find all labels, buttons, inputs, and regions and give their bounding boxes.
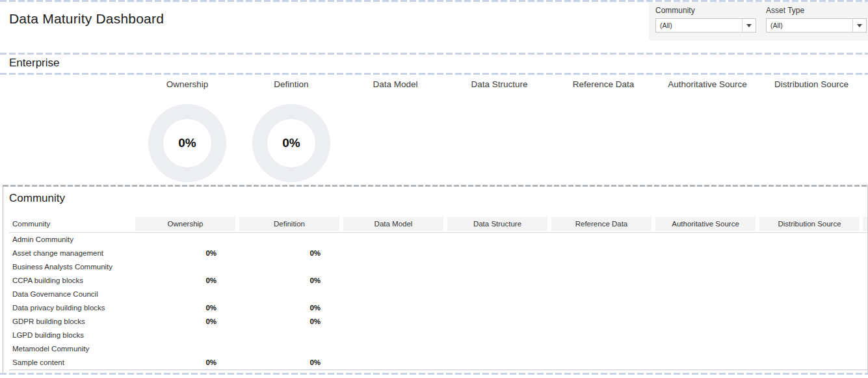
community-column-header-data-structure[interactable]: Data Structure xyxy=(447,217,547,231)
community-filter-dropdown[interactable]: (All) xyxy=(655,18,756,33)
table-row[interactable]: Data Governance Council xyxy=(9,288,867,301)
table-row[interactable]: Metamodel Community xyxy=(9,342,867,356)
chevron-down-icon xyxy=(746,24,752,27)
page-title: Data Maturity Dashboard xyxy=(9,11,164,27)
row-value: 0% xyxy=(239,356,343,370)
row-value xyxy=(759,301,863,315)
row-value xyxy=(239,233,343,247)
filter-community: Community(All) xyxy=(655,6,759,33)
row-name: Data Governance Council xyxy=(9,288,135,301)
community-column-header-definition[interactable]: Definition xyxy=(239,217,339,231)
donut-chart-defintion[interactable]: 0% xyxy=(252,104,330,182)
row-value xyxy=(655,301,759,315)
donut-cell-data-structure xyxy=(447,103,551,183)
row-value xyxy=(343,260,447,274)
donut-cell-defintion: 0% xyxy=(239,103,343,183)
filter-selected-value: (All) xyxy=(656,21,742,29)
header-spacer xyxy=(9,77,135,92)
row-value xyxy=(447,356,551,370)
community-section-title: Community xyxy=(9,192,65,205)
layout-divider xyxy=(0,73,868,75)
enterprise-column-header-data-structure: Data Structure xyxy=(447,77,551,92)
row-name: Business Analysts Community xyxy=(9,260,135,274)
community-table-header: CommunityOwnershipDefinitionData ModelDa… xyxy=(9,217,863,231)
row-name: Metamodel Community xyxy=(9,342,135,356)
row-value xyxy=(551,329,655,342)
enterprise-column-header-authoritative-source: Authoritative Source xyxy=(655,77,759,92)
row-value: 0% xyxy=(239,301,343,315)
table-row[interactable]: GDPR building blocks0%0% xyxy=(9,315,867,329)
enterprise-column-header-defintion: Defintion xyxy=(239,77,343,92)
row-value xyxy=(239,329,343,342)
row-name: Sample content xyxy=(9,356,135,370)
row-value xyxy=(135,329,239,342)
row-value xyxy=(759,342,863,356)
row-value: 0% xyxy=(135,274,239,288)
asset-type-filter-dropdown[interactable]: (All) xyxy=(766,18,867,33)
row-value xyxy=(343,329,447,342)
layout-container-border-bottom xyxy=(0,373,868,375)
row-value: 0% xyxy=(135,356,239,370)
row-value xyxy=(135,233,239,247)
row-value xyxy=(239,342,343,356)
row-value xyxy=(343,342,447,356)
row-value xyxy=(551,301,655,315)
row-value xyxy=(447,342,551,356)
community-column-header-ownership[interactable]: Ownership xyxy=(135,217,235,231)
row-name: Asset change management xyxy=(9,247,135,260)
row-value xyxy=(759,315,863,329)
table-row[interactable]: Admin Community xyxy=(9,233,867,247)
community-column-header-data-model[interactable]: Data Model xyxy=(343,217,443,231)
row-value xyxy=(759,233,863,247)
row-value xyxy=(655,233,759,247)
filter-label-asset-type: Asset Type xyxy=(766,6,868,15)
chevron-down-icon xyxy=(857,24,862,27)
filter-label-community: Community xyxy=(655,6,759,15)
enterprise-column-header-reference-data: Reference Data xyxy=(551,77,655,92)
donut-cell-ownership: 0% xyxy=(135,103,239,183)
row-value xyxy=(759,288,863,301)
community-column-header-reference-data[interactable]: Reference Data xyxy=(551,217,651,231)
donut-cell-data-model xyxy=(343,103,447,183)
row-value xyxy=(343,301,447,315)
row-value xyxy=(551,342,655,356)
row-value xyxy=(551,288,655,301)
row-value xyxy=(655,274,759,288)
enterprise-column-header-ownership: Ownership xyxy=(135,77,239,92)
table-row[interactable]: Business Analysts Community xyxy=(9,260,867,274)
table-row[interactable]: Data privacy building blocks0%0% xyxy=(9,301,867,315)
row-name: Data privacy building blocks xyxy=(9,301,135,315)
row-value xyxy=(551,260,655,274)
donut-chart-ownership[interactable]: 0% xyxy=(148,104,226,182)
row-value: 0% xyxy=(135,315,239,329)
row-value xyxy=(447,247,551,260)
dropdown-button[interactable] xyxy=(742,19,756,32)
row-value xyxy=(135,260,239,274)
table-row[interactable]: LGPD building blocks xyxy=(9,329,867,342)
enterprise-column-headers: OwnershipDefintionData ModelData Structu… xyxy=(9,77,863,92)
table-row[interactable]: Sample content0%0% xyxy=(9,356,867,370)
row-value xyxy=(239,260,343,274)
row-value: 0% xyxy=(239,274,343,288)
enterprise-column-header-distribution-source: Distribution Source xyxy=(759,77,863,92)
donut-cell-distribution-source xyxy=(759,103,863,183)
donut-value-label: 0% xyxy=(163,119,211,167)
row-value xyxy=(447,260,551,274)
row-value xyxy=(655,260,759,274)
row-name: CCPA building blocks xyxy=(9,274,135,288)
row-value xyxy=(759,247,863,260)
row-value xyxy=(759,356,863,370)
table-row[interactable]: CCPA building blocks0%0% xyxy=(9,274,867,288)
row-value xyxy=(551,274,655,288)
row-value xyxy=(759,274,863,288)
row-value xyxy=(239,288,343,301)
dropdown-button[interactable] xyxy=(852,19,866,32)
community-column-header-authoritative-source[interactable]: Authoritative Source xyxy=(655,217,756,231)
row-value xyxy=(343,356,447,370)
table-row[interactable]: Asset change management0%0% xyxy=(9,247,867,260)
row-value xyxy=(343,274,447,288)
row-value: 0% xyxy=(239,247,343,260)
row-value xyxy=(759,329,863,342)
community-column-header-distribution-source[interactable]: Distribution Source xyxy=(759,217,860,231)
row-value: 0% xyxy=(135,301,239,315)
